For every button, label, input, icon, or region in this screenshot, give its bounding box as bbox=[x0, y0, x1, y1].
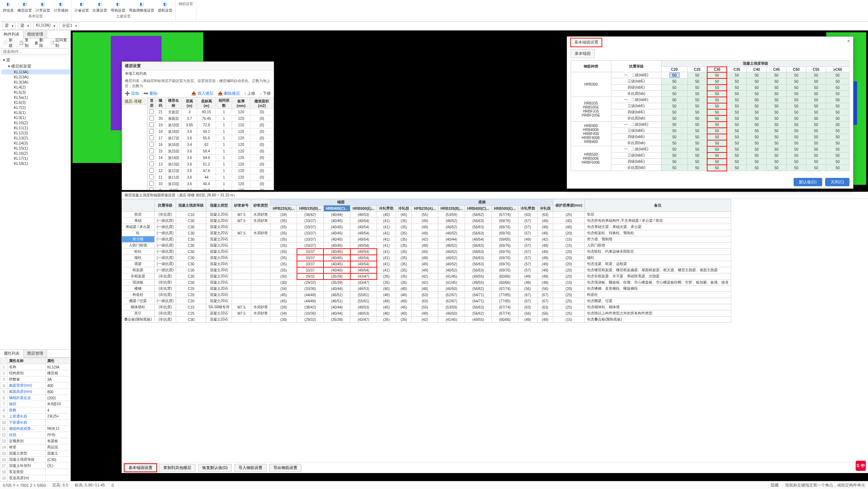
tree-item[interactable]: KL8(1) bbox=[1, 110, 70, 115]
rebar-btn-1[interactable]: 复制到其他楼层 bbox=[159, 464, 195, 472]
anchor-cell[interactable]: 50 bbox=[661, 134, 687, 140]
rebar-row[interactable]: 墙梁(一级抗震)C30混凝土20石(35)33/37(40/45)(49/54)… bbox=[122, 261, 731, 267]
anchor-cell[interactable]: 50 bbox=[806, 165, 826, 171]
anchor-cell[interactable]: 50 bbox=[806, 134, 826, 140]
anchor-cell[interactable]: 50 bbox=[767, 152, 787, 159]
anchor-cell[interactable]: 50 bbox=[786, 85, 806, 91]
selector-a[interactable]: 梁 bbox=[2, 23, 16, 30]
anchor-cell[interactable]: 50 bbox=[767, 109, 787, 115]
anchor-cell[interactable]: 50 bbox=[786, 122, 806, 128]
anchor-cell[interactable]: 50 bbox=[826, 91, 849, 97]
tree-item[interactable]: KL10(2) bbox=[1, 120, 70, 125]
anchor-cell[interactable]: 50 bbox=[687, 78, 707, 85]
selector-b[interactable]: 梁 bbox=[18, 23, 31, 30]
anchor-cell[interactable]: 50 bbox=[826, 103, 849, 109]
floor-first-check[interactable] bbox=[149, 181, 154, 186]
tree-item[interactable]: KL16(2) bbox=[1, 151, 70, 156]
floor-row[interactable]: 16第16层3.4621120(0) bbox=[148, 142, 274, 148]
anchor-cell[interactable]: 50 bbox=[826, 152, 849, 159]
anchor-cell[interactable]: 50 bbox=[707, 140, 727, 146]
anchor-cell[interactable]: 50 bbox=[747, 165, 767, 171]
floor-first-check[interactable] bbox=[149, 116, 154, 121]
prop-val[interactable]: (C30) bbox=[46, 457, 70, 463]
anchor-cell[interactable]: 50 bbox=[747, 146, 767, 152]
anchor-cell[interactable]: 50 bbox=[661, 78, 687, 85]
anchor-cell[interactable]: 50 bbox=[727, 152, 747, 159]
anchor-cell[interactable]: 50 bbox=[826, 134, 849, 140]
rebar-btn-4[interactable]: 导出钢筋设置 bbox=[269, 464, 301, 472]
anchor-cell[interactable]: 50 bbox=[687, 122, 707, 128]
rebar-row[interactable]: 基础(一级抗震)C30混凝土20石M7.5水泥砂浆(35)(33/37)(40/… bbox=[122, 218, 731, 224]
anchor-cell[interactable]: 50 bbox=[806, 128, 826, 134]
anchor-cell[interactable]: 50 bbox=[806, 72, 826, 78]
tree-item[interactable]: KL1(3A) bbox=[1, 69, 70, 74]
floor-first-check[interactable] bbox=[149, 135, 154, 140]
anchor-cell[interactable]: 50 bbox=[826, 78, 849, 85]
ribbon-楼层设置[interactable]: ◧楼层设置 bbox=[17, 1, 32, 13]
anchor-cell[interactable]: 50 bbox=[786, 78, 806, 85]
prop-val[interactable]: (200) bbox=[46, 395, 70, 401]
anchor-cell[interactable]: 50 bbox=[687, 146, 707, 152]
anchor-cell[interactable]: 50 bbox=[767, 78, 787, 85]
floor-row[interactable]: 14第14层3.654.81120(0) bbox=[148, 155, 274, 161]
anchor-cell[interactable]: 50 bbox=[806, 91, 826, 97]
anchor-cell[interactable]: 50 bbox=[767, 91, 787, 97]
floor-first-check[interactable] bbox=[149, 142, 154, 147]
tree-item[interactable]: KL15(1) bbox=[1, 146, 70, 151]
anchor-cell[interactable]: 50 bbox=[747, 97, 767, 103]
anchor-cell[interactable]: 50 bbox=[661, 91, 687, 97]
ribbon-计算规则[interactable]: ◧计算规则 bbox=[54, 1, 68, 13]
prop-val[interactable]: 4 bbox=[46, 407, 70, 413]
rebar-row[interactable]: 圈梁 / 过梁(一级抗震)C20混凝土20石(45)(44/48)(46/51)… bbox=[122, 298, 731, 304]
anchor-cell[interactable]: 50 bbox=[806, 109, 826, 115]
ribbon-比重设置[interactable]: ◧比重设置 bbox=[93, 1, 107, 13]
tree-item[interactable]: KL11(1) bbox=[1, 125, 70, 130]
anchor-cell[interactable]: 50 bbox=[687, 115, 707, 122]
anchor-cell[interactable]: 50 bbox=[826, 128, 849, 134]
ribbon-弯钩设置[interactable]: ◧弯钩设置 bbox=[111, 1, 125, 13]
anchor-cell[interactable]: 50 bbox=[747, 140, 767, 146]
anchor-cell[interactable]: 50 bbox=[806, 103, 826, 109]
anchor-cell[interactable]: 50 bbox=[727, 134, 747, 140]
anchor-cell[interactable]: 50 bbox=[786, 115, 806, 122]
anchor-cell[interactable]: 50 bbox=[727, 115, 747, 122]
prop-val[interactable]: 有梁板 bbox=[46, 438, 70, 444]
anchor-cell[interactable]: 50 bbox=[786, 72, 806, 78]
anchor-cell[interactable]: 50 bbox=[707, 97, 727, 103]
anchor-cell[interactable]: 50 bbox=[767, 115, 787, 122]
anchor-cell[interactable]: 50 bbox=[661, 152, 687, 159]
ribbon-损耗设置[interactable]: ◧损耗设置 bbox=[158, 1, 172, 13]
anchor-cell[interactable]: 50 bbox=[707, 128, 727, 134]
anchor-cell[interactable]: 50 bbox=[727, 165, 747, 171]
anchor-cell[interactable]: 50 bbox=[767, 128, 787, 134]
anchor-cell[interactable]: 50 bbox=[826, 109, 849, 115]
anchor-cell[interactable]: 50 bbox=[687, 85, 707, 91]
anchor-cell[interactable]: 50 bbox=[786, 165, 806, 171]
anchor-cell[interactable]: 50 bbox=[661, 159, 687, 165]
anchor-cell[interactable]: 50 bbox=[806, 146, 826, 152]
rebar-btn-2[interactable]: 恢复默认值(D) bbox=[198, 464, 232, 472]
anchor-cell[interactable]: 50 bbox=[687, 97, 707, 103]
prop-val[interactable]: N6夹12 bbox=[46, 426, 70, 432]
anchor-cell[interactable]: 50 bbox=[767, 103, 787, 109]
anchor-cell[interactable]: 50 bbox=[806, 97, 826, 103]
close-icon[interactable]: ✕ bbox=[847, 39, 850, 44]
anchor-cell[interactable]: 50 bbox=[687, 152, 707, 159]
anchor-cell[interactable]: 50 bbox=[826, 97, 849, 103]
ribbon-计量设置[interactable]: ◧计量设置 bbox=[74, 1, 89, 13]
anchor-cell[interactable]: 50 bbox=[687, 134, 707, 140]
rebar-row[interactable]: 人防门框墙(一级抗震)C30混凝土20石(35)(33/37)(40/45)(4… bbox=[122, 243, 731, 249]
rebar-row[interactable]: 现浇板(非抗震)C30混凝土20石(30)(29/32)(35/39)(43/4… bbox=[122, 280, 731, 286]
floor-first-check[interactable] bbox=[149, 168, 154, 173]
anchor-cell[interactable]: 50 bbox=[707, 122, 727, 128]
default-button[interactable]: 默认值(D) bbox=[794, 178, 822, 186]
floor-row[interactable]: 15第15层3.658.41120(0) bbox=[148, 148, 274, 155]
tree-item[interactable]: KL5(3) bbox=[1, 90, 70, 95]
floor-row[interactable]: 21天面层380.151120(0) bbox=[148, 109, 274, 115]
anchor-cell[interactable]: 50 bbox=[806, 78, 826, 85]
tree-item[interactable]: KL5a(1) bbox=[1, 95, 70, 100]
floor-first-check[interactable] bbox=[149, 155, 154, 160]
prop-val[interactable]: (无) bbox=[46, 463, 70, 469]
anchor-cell[interactable]: 50 bbox=[806, 159, 826, 165]
anchor-cell[interactable]: 50 bbox=[786, 97, 806, 103]
